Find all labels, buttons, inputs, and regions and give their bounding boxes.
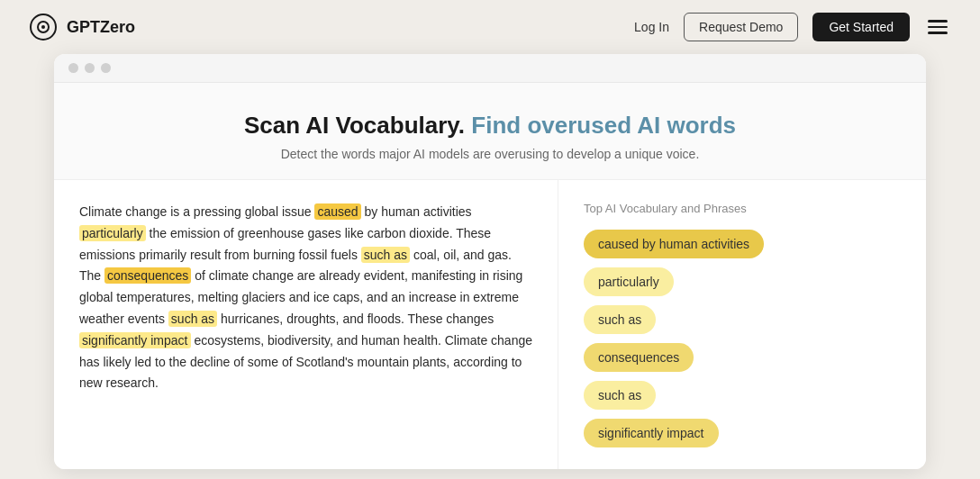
browser-dot-2 — [85, 63, 95, 73]
text-plain-2: by human activities — [361, 204, 472, 219]
login-button[interactable]: Log In — [634, 20, 669, 34]
nav-actions: Log In Request Demo Get Started — [634, 13, 951, 41]
vocab-tag-such-as-2[interactable]: such as — [584, 381, 656, 410]
hero-subtitle: Detect the words major AI models are ove… — [72, 147, 908, 161]
gptzero-logo-icon — [29, 13, 58, 41]
menu-line-1 — [928, 20, 948, 23]
vocab-tag-caused-by-human-activities[interactable]: caused by human activities — [584, 230, 764, 258]
browser-window: Scan AI Vocabulary. Find overused AI wor… — [54, 54, 926, 469]
menu-line-3 — [928, 32, 948, 34]
highlight-such-as-1: such as — [361, 247, 410, 263]
vocab-tag-significantly-impact[interactable]: significantly impact — [584, 419, 719, 447]
vocab-tags-list: caused by human activities particularly … — [584, 230, 901, 447]
request-demo-button[interactable]: Request Demo — [684, 13, 798, 41]
main-content: Scan AI Vocabulary. Find overused AI wor… — [0, 54, 980, 469]
hero-title-accent: Find overused AI words — [471, 112, 736, 139]
svg-point-2 — [41, 25, 45, 29]
text-panel: Climate change is a pressing global issu… — [54, 180, 558, 469]
hero-section: Scan AI Vocabulary. Find overused AI wor… — [54, 83, 926, 180]
browser-dot-1 — [68, 63, 78, 73]
hero-title: Scan AI Vocabulary. Find overused AI wor… — [72, 112, 908, 140]
logo-text: GPTZero — [67, 18, 135, 37]
highlight-significantly-impact: significantly impact — [79, 332, 191, 348]
text-plain-6: hurricanes, droughts, and floods. These … — [217, 312, 494, 326]
hamburger-menu-button[interactable] — [924, 16, 951, 38]
highlight-such-as-2: such as — [168, 311, 217, 327]
content-area: Climate change is a pressing global issu… — [54, 180, 926, 469]
vocab-tag-particularly[interactable]: particularly — [584, 267, 674, 296]
vocab-tag-consequences[interactable]: consequences — [584, 343, 694, 372]
browser-dot-3 — [101, 63, 111, 73]
browser-bar — [54, 54, 926, 83]
vocab-panel: Top AI Vocabulary and Phrases caused by … — [558, 180, 926, 469]
highlight-particularly: particularly — [79, 225, 146, 241]
text-plain-1: Climate change is a pressing global issu… — [79, 204, 314, 219]
vocab-panel-title: Top AI Vocabulary and Phrases — [584, 202, 901, 215]
vocab-tag-such-as-1[interactable]: such as — [584, 305, 656, 334]
highlight-consequences: consequences — [104, 267, 191, 284]
menu-line-2 — [928, 26, 948, 29]
highlight-caused: caused — [314, 203, 360, 220]
get-started-button[interactable]: Get Started — [812, 13, 910, 41]
hero-title-black: Scan AI Vocabulary. — [244, 112, 465, 139]
logo-area: GPTZero — [29, 13, 135, 41]
navigation: GPTZero Log In Request Demo Get Started — [0, 0, 980, 54]
